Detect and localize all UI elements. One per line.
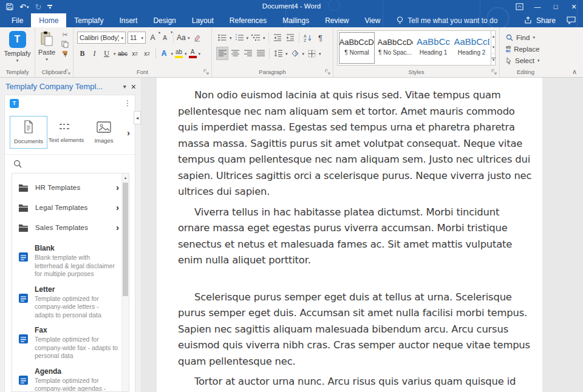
paste-icon	[40, 31, 53, 47]
numbered-list-icon[interactable]	[234, 32, 245, 44]
folder-row[interactable]: HR Templates ›	[18, 177, 119, 197]
ribbon-display-options-icon[interactable]	[510, 0, 528, 13]
cut-icon[interactable]: ✂	[62, 32, 67, 38]
justify-button[interactable]	[255, 47, 266, 59]
select-button[interactable]: Select ▾	[506, 55, 551, 66]
ribbon-tab[interactable]: Design	[145, 13, 183, 27]
underline-button[interactable]: U	[101, 47, 112, 59]
paragraph-dialog-launcher[interactable]	[325, 69, 331, 75]
templafy-button[interactable]: T Templafy ▾	[0, 27, 35, 62]
style-item[interactable]: AaBbCcD Heading 2	[452, 31, 491, 65]
template-row[interactable]: Agenda Template optimized for company-wi…	[18, 367, 119, 392]
copy-icon[interactable]	[61, 41, 69, 48]
font-color-button[interactable]: A	[189, 47, 197, 59]
ribbon-tab[interactable]: Home	[31, 13, 66, 27]
font-name-combo[interactable]: Calibri (Body)▾	[77, 32, 126, 44]
ribbon-tab[interactable]: Layout	[184, 13, 222, 27]
tab-text-elements[interactable]: Text elements	[47, 116, 85, 149]
grow-font-button[interactable]: A▴	[148, 32, 158, 44]
multilevel-list-dropdown[interactable]: ▾	[263, 36, 265, 39]
bullet-list-icon[interactable]	[217, 32, 228, 44]
font-color-dropdown[interactable]: ▾	[199, 52, 201, 55]
shrink-font-button[interactable]: A▾	[160, 32, 170, 44]
ribbon-tab[interactable]: Mailings	[274, 13, 317, 27]
pane-collapse-icon[interactable]: ◂	[134, 111, 141, 124]
change-case-button[interactable]: Aa ▾	[177, 32, 190, 44]
highlight-color-button[interactable]: ab	[175, 47, 183, 59]
style-item[interactable]: AaBbCcDc ¶ Normal	[338, 31, 376, 65]
workspace: Templafy Company Templ... ▾ × T ⋮ ◂ Docu…	[0, 78, 583, 392]
borders-icon[interactable]	[306, 47, 317, 59]
shading-dropdown[interactable]: ▾	[302, 52, 305, 55]
underline-dropdown[interactable]: ▾	[114, 52, 116, 55]
show-hide-paragraph-button[interactable]: ¶	[315, 32, 326, 44]
increase-indent-icon[interactable]	[285, 32, 296, 44]
highlight-dropdown[interactable]: ▾	[185, 52, 187, 55]
panel-tabs-more-icon[interactable]: ›	[127, 127, 132, 138]
document-area: Non odio euismod lacinia at quis risus s…	[141, 78, 583, 392]
decrease-indent-icon[interactable]	[272, 32, 283, 44]
replace-button[interactable]: abac Replace	[506, 43, 551, 55]
collapse-ribbon-icon[interactable]: ∧	[572, 68, 577, 76]
style-item[interactable]: AaBbCcDc ¶ No Spac...	[376, 31, 414, 65]
ribbon-tab[interactable]: Templafy	[66, 13, 111, 27]
find-button[interactable]: Find ▾	[506, 32, 551, 43]
styles-scroll-up-icon[interactable]: ▴	[491, 31, 496, 42]
ribbon-tab[interactable]: References	[222, 13, 274, 27]
scrollbar-thumb[interactable]	[123, 183, 128, 296]
style-item[interactable]: AaBbCc Heading 1	[414, 31, 452, 65]
minimize-button[interactable]: —	[528, 0, 547, 13]
text-elements-icon	[59, 121, 73, 132]
styles-more-icon[interactable]: ▾	[491, 53, 496, 65]
maximize-button[interactable]: □	[547, 0, 565, 13]
template-row[interactable]: Letter Template optimized for company-wi…	[18, 285, 119, 320]
styles-scroll-down-icon[interactable]: ▾	[491, 42, 496, 53]
ribbon-tab[interactable]: File	[4, 13, 31, 27]
font-dialog-launcher[interactable]	[203, 69, 210, 75]
line-spacing-icon[interactable]	[273, 47, 284, 59]
close-button[interactable]: ×	[565, 0, 583, 13]
strikethrough-button[interactable]: abc	[118, 47, 128, 59]
numbered-list-dropdown[interactable]: ▾	[247, 36, 249, 39]
task-pane-options-icon[interactable]: ▾	[123, 83, 126, 90]
bullet-list-dropdown[interactable]: ▾	[230, 36, 232, 39]
italic-button[interactable]: I	[89, 47, 100, 59]
borders-dropdown[interactable]: ▾	[319, 52, 321, 55]
document-page[interactable]: Non odio euismod lacinia at quis risus s…	[157, 78, 542, 392]
line-spacing-dropdown[interactable]: ▾	[285, 52, 288, 55]
panel-scrollbar[interactable]: ▴	[121, 174, 129, 391]
folder-row[interactable]: Sales Templates ›	[18, 217, 119, 237]
clipboard-dialog-launcher[interactable]	[65, 69, 71, 75]
shading-icon[interactable]	[290, 47, 301, 59]
text-effects-dropdown[interactable]: ▾	[171, 52, 174, 55]
panel-search[interactable]	[5, 155, 135, 173]
folder-row[interactable]: Legal Templates ›	[18, 197, 119, 217]
sort-icon[interactable]: AZ	[302, 32, 313, 44]
clear-formatting-icon[interactable]	[192, 32, 202, 44]
multilevel-list-icon[interactable]	[250, 32, 261, 44]
text-effects-button[interactable]: A	[159, 47, 169, 59]
align-right-button[interactable]	[242, 47, 253, 59]
font-size-combo[interactable]: 11▾	[128, 32, 146, 44]
task-pane-close-icon[interactable]: ×	[131, 82, 136, 92]
ribbon-tab[interactable]: Insert	[111, 13, 145, 27]
align-left-button[interactable]	[217, 47, 228, 59]
tab-documents[interactable]: Documents	[10, 116, 47, 149]
tell-me-box[interactable]: Tell me what you want to do	[388, 13, 506, 27]
lightbulb-icon	[397, 16, 403, 25]
ribbon-tab[interactable]: View	[357, 13, 389, 27]
superscript-button[interactable]: x2	[142, 47, 152, 59]
styles-dialog-launcher[interactable]	[491, 69, 497, 75]
subscript-button[interactable]: x2	[130, 47, 140, 59]
tab-images[interactable]: Images	[85, 116, 123, 149]
align-center-button[interactable]	[230, 47, 240, 59]
template-row[interactable]: Fax Template optimized for company-wide …	[18, 326, 119, 360]
scroll-up-icon[interactable]: ▴	[122, 174, 129, 180]
bold-button[interactable]: B	[77, 47, 87, 59]
panel-menu-icon[interactable]: ⋮	[124, 99, 131, 107]
comments-icon[interactable]	[567, 16, 576, 24]
template-row[interactable]: Blank Blank template with letterhead & l…	[18, 244, 119, 279]
share-button[interactable]: Share	[524, 16, 556, 25]
format-painter-icon[interactable]	[61, 50, 69, 58]
ribbon-tab[interactable]: Review	[317, 13, 356, 27]
